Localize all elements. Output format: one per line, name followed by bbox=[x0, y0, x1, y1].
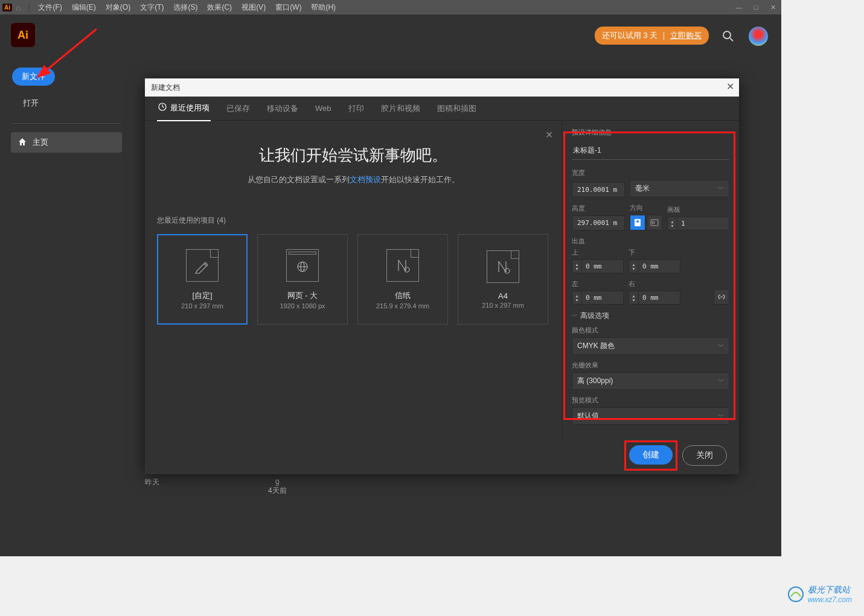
bleed-bottom-stepper[interactable]: ▲▼ bbox=[629, 259, 680, 273]
custom-preset-icon bbox=[186, 249, 219, 282]
a4-preset-icon bbox=[487, 250, 519, 283]
create-button[interactable]: 创建 bbox=[629, 445, 673, 465]
home-icon bbox=[18, 138, 27, 148]
preset-card-a4[interactable]: A4 210 x 297 mm bbox=[458, 234, 548, 325]
menubar-divider bbox=[29, 2, 30, 12]
menu-effect[interactable]: 效果(C) bbox=[202, 2, 237, 13]
color-mode-select[interactable]: CMYK 颜色 ﹀ bbox=[572, 337, 729, 355]
hero-title: 让我们开始尝试新事物吧。 bbox=[157, 145, 549, 166]
left-divider bbox=[12, 123, 121, 124]
height-label: 高度 bbox=[572, 204, 625, 213]
menu-select[interactable]: 选择(S) bbox=[168, 2, 202, 13]
new-document-dialog: 新建文档 ✕ 最近使用项 已保存 移动设备 Web 打印 胶片和视频 图稿和插图… bbox=[145, 78, 739, 474]
bg-recent: 昨天 g 4天前 bbox=[145, 477, 287, 496]
bleed-label: 出血 bbox=[572, 237, 729, 246]
preset-title: [自定] bbox=[192, 290, 212, 301]
menu-file[interactable]: 文件(F) bbox=[33, 2, 66, 13]
menu-help[interactable]: 帮助(H) bbox=[306, 2, 341, 13]
trial-badge[interactable]: 还可以试用 3 天 ｜ 立即购买 bbox=[595, 27, 709, 45]
preset-card-web-large[interactable]: 网页 - 大 1920 x 1080 px bbox=[257, 234, 348, 325]
left-panel: 新文件 打开 主页 bbox=[0, 56, 133, 165]
artboard-input[interactable] bbox=[677, 217, 710, 230]
menu-view[interactable]: 视图(V) bbox=[237, 2, 270, 13]
maximize-button[interactable]: □ bbox=[747, 0, 764, 14]
chevron-down-icon: ﹀ bbox=[718, 185, 724, 193]
artboard-label: 画板 bbox=[667, 205, 729, 214]
preset-dims: 215.9 x 279.4 mm bbox=[376, 302, 429, 310]
width-input[interactable]: 210.0001 m bbox=[572, 182, 625, 197]
watermark: 极光下载站 www.xz7.com bbox=[787, 585, 852, 604]
artboard-stepper[interactable]: ▲▼ bbox=[667, 217, 729, 230]
sidebar-item-home[interactable]: 主页 bbox=[11, 132, 122, 153]
ai-logo-icon: Ai bbox=[11, 23, 35, 47]
recent-label: 您最近使用的项目 (4) bbox=[157, 215, 549, 226]
details-section-title: 预设详细信息 bbox=[572, 128, 729, 137]
tab-art[interactable]: 图稿和插图 bbox=[436, 97, 478, 121]
close-button[interactable]: 关闭 bbox=[682, 445, 727, 466]
preset-dims: 1920 x 1080 px bbox=[280, 302, 325, 310]
app-window: Ai ⌂ 文件(F) 编辑(E) 对象(O) 文字(T) 选择(S) 效果(C)… bbox=[0, 0, 781, 556]
menubar: Ai ⌂ 文件(F) 编辑(E) 对象(O) 文字(T) 选择(S) 效果(C)… bbox=[0, 0, 781, 14]
tab-mobile[interactable]: 移动设备 bbox=[266, 97, 299, 121]
preview-label: 预览模式 bbox=[572, 396, 729, 405]
width-label: 宽度 bbox=[572, 168, 729, 177]
chevron-down-icon: ﹀ bbox=[718, 377, 724, 386]
svg-point-0 bbox=[723, 31, 731, 39]
dialog-header: 新建文档 ✕ bbox=[145, 78, 739, 97]
home-icon[interactable]: ⌂ bbox=[16, 2, 21, 12]
topbar: Ai 还可以试用 3 天 ｜ 立即购买 bbox=[0, 14, 781, 56]
menu-object[interactable]: 对象(O) bbox=[101, 2, 135, 13]
bleed-bottom-label: 下 bbox=[629, 248, 680, 257]
dialog-main: ✕ 让我们开始尝试新事物吧。 从您自己的文档设置或一系列文档预设开始以快速开始工… bbox=[145, 121, 562, 438]
dialog-tabs: 最近使用项 已保存 移动设备 Web 打印 胶片和视频 图稿和插图 bbox=[145, 97, 739, 121]
hero-subtitle: 从您自己的文档设置或一系列文档预设开始以快速开始工作。 bbox=[157, 174, 549, 185]
search-icon[interactable] bbox=[722, 30, 734, 45]
bleed-left-stepper[interactable]: ▲▼ bbox=[572, 291, 624, 305]
advanced-toggle[interactable]: ﹀ 高级选项 bbox=[572, 311, 729, 321]
chevron-down-icon: ﹀ bbox=[718, 342, 724, 351]
watermark-name: 极光下载站 bbox=[808, 585, 852, 595]
menu-edit[interactable]: 编辑(E) bbox=[67, 2, 101, 13]
tab-recent[interactable]: 最近使用项 bbox=[157, 96, 211, 121]
menu-window[interactable]: 窗口(W) bbox=[270, 2, 306, 13]
link-bleed-icon[interactable] bbox=[714, 289, 729, 305]
close-window-button[interactable]: ✕ bbox=[764, 0, 781, 14]
dialog-close-icon[interactable]: ✕ bbox=[726, 81, 734, 92]
preview-select[interactable]: 默认值 ﹀ bbox=[572, 407, 729, 425]
document-name-input[interactable]: 未标题-1 bbox=[572, 142, 729, 160]
tab-saved[interactable]: 已保存 bbox=[225, 97, 251, 121]
menu-type[interactable]: 文字(T) bbox=[135, 2, 168, 13]
orientation-portrait-button[interactable] bbox=[630, 215, 645, 230]
sidebar-item-label: 主页 bbox=[33, 137, 48, 148]
orientation-landscape-button[interactable] bbox=[647, 215, 662, 230]
svg-point-12 bbox=[652, 221, 654, 224]
doc-presets-link[interactable]: 文档预设 bbox=[350, 175, 381, 184]
avatar[interactable] bbox=[749, 27, 768, 46]
preset-card-letter[interactable]: 信纸 215.9 x 279.4 mm bbox=[357, 234, 448, 325]
preset-card-custom[interactable]: [自定] 210 x 297 mm bbox=[157, 234, 248, 325]
minimize-button[interactable]: — bbox=[731, 0, 747, 14]
hero-close-icon[interactable]: ✕ bbox=[545, 129, 553, 141]
preset-dims: 210 x 297 mm bbox=[482, 302, 524, 309]
bleed-top-stepper[interactable]: ▲▼ bbox=[572, 259, 624, 273]
open-button[interactable]: 打开 bbox=[23, 98, 127, 109]
dialog-title: 新建文档 bbox=[151, 83, 180, 93]
tab-film[interactable]: 胶片和视频 bbox=[380, 97, 421, 121]
height-input[interactable]: 297.0001 m bbox=[572, 215, 625, 230]
new-file-button[interactable]: 新文件 bbox=[12, 68, 55, 86]
trial-text: 还可以试用 3 天 bbox=[602, 30, 658, 41]
tab-web[interactable]: Web bbox=[314, 97, 333, 119]
chevron-down-icon: ﹀ bbox=[718, 412, 724, 421]
tab-print[interactable]: 打印 bbox=[347, 97, 365, 121]
raster-select[interactable]: 高 (300ppi) ﹀ bbox=[572, 372, 729, 390]
watermark-url: www.xz7.com bbox=[808, 595, 852, 604]
web-preset-icon bbox=[286, 249, 319, 282]
bleed-right-label: 右 bbox=[629, 279, 680, 288]
bleed-right-stepper[interactable]: ▲▼ bbox=[629, 291, 680, 305]
bleed-left-label: 左 bbox=[572, 279, 624, 288]
buy-now-link[interactable]: 立即购买 bbox=[670, 30, 702, 41]
window-controls: — □ ✕ bbox=[731, 0, 781, 14]
unit-select[interactable]: 毫米 ﹀ bbox=[630, 180, 729, 197]
letter-preset-icon bbox=[386, 249, 419, 282]
bg-recent-2-line1: g bbox=[268, 477, 287, 486]
